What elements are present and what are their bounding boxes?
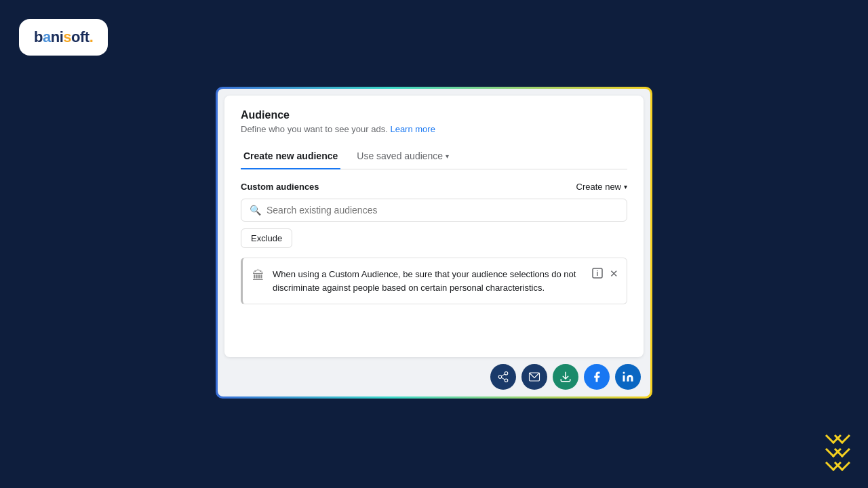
chevron-1: 〈〈 [822, 431, 841, 441]
audience-card: Audience Define who you want to see your… [224, 96, 644, 357]
custom-audiences-header: Custom audiences Create new ▾ [241, 182, 627, 192]
notice-close-button[interactable]: ✕ [610, 268, 618, 280]
linkedin-button[interactable] [615, 364, 641, 390]
tab-create-new-audience[interactable]: Create new audience [241, 145, 340, 169]
share-button[interactable] [490, 364, 516, 390]
exclude-button[interactable]: Exclude [241, 228, 292, 248]
notice-bank-icon: 🏛 [252, 269, 264, 283]
email-button[interactable] [521, 364, 547, 390]
tab-use-saved-audience[interactable]: Use saved audience ▾ [354, 145, 452, 169]
learn-more-link[interactable]: Learn more [390, 124, 435, 134]
notice-info-button[interactable]: i [592, 268, 603, 281]
custom-audiences-section: Custom audiences Create new ▾ 🔍 Exclude … [241, 182, 627, 304]
logo: banisoft. [19, 19, 108, 56]
svg-text:i: i [597, 270, 599, 277]
tabs-container: Create new audience Use saved audience ▾ [241, 145, 627, 169]
card-inner: Audience Define who you want to see your… [218, 89, 650, 396]
main-card-wrapper: Audience Define who you want to see your… [216, 87, 652, 399]
create-new-arrow-icon: ▾ [624, 183, 627, 190]
bottom-toolbar [218, 357, 650, 396]
svg-point-2 [505, 372, 508, 375]
svg-line-6 [501, 378, 505, 380]
notice-actions: i ✕ [592, 268, 618, 281]
svg-line-5 [501, 374, 505, 376]
search-icon: 🔍 [250, 205, 261, 216]
create-new-button[interactable]: Create new ▾ [576, 182, 627, 192]
search-input[interactable] [267, 205, 618, 216]
chevrons-indicator: 〈〈 〈〈 〈〈 [822, 431, 841, 468]
svg-rect-8 [623, 375, 625, 382]
svg-point-3 [498, 375, 502, 379]
logo-text: banisoft. [34, 28, 93, 46]
search-bar: 🔍 [241, 199, 627, 222]
audience-title: Audience [241, 109, 627, 121]
svg-point-9 [623, 372, 625, 374]
notice-text: When using a Custom Audience, be sure th… [273, 268, 584, 294]
notice-box: 🏛 When using a Custom Audience, be sure … [241, 258, 627, 304]
chevron-2: 〈〈 [822, 445, 841, 454]
custom-audiences-label: Custom audiences [241, 182, 319, 192]
svg-point-4 [505, 379, 508, 382]
facebook-button[interactable] [584, 364, 610, 390]
download-button[interactable] [553, 364, 578, 390]
audience-subtitle: Define who you want to see your ads. Lea… [241, 124, 627, 134]
tab-dropdown-arrow: ▾ [446, 152, 449, 160]
chevron-3: 〈〈 [822, 458, 841, 468]
